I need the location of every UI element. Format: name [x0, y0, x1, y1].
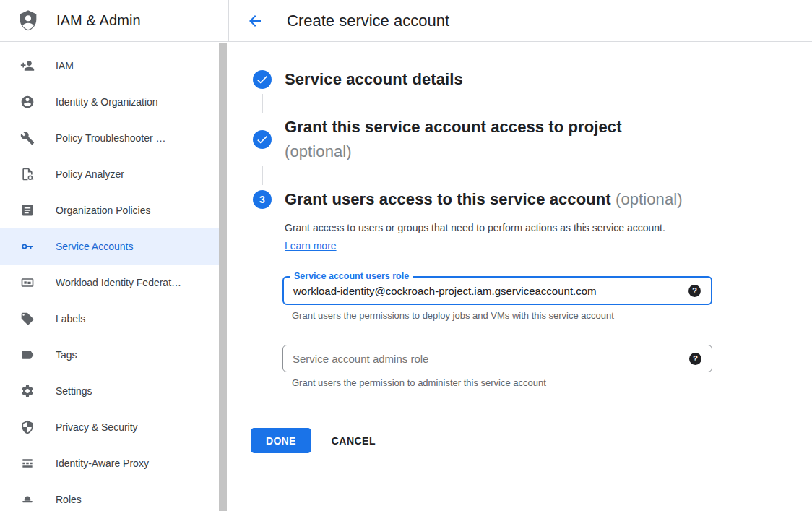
- step-connector: [262, 166, 263, 185]
- sidebar-item-label: Identity & Organization: [56, 96, 158, 108]
- sidebar-item-label: Identity-Aware Proxy: [56, 458, 149, 469]
- sidebar-item-labels[interactable]: Labels: [0, 301, 219, 337]
- page-title: Create service account: [287, 12, 449, 30]
- sidebar-item-service-accounts[interactable]: Service Accounts: [0, 228, 219, 265]
- step-3-grant-users-access[interactable]: 3 Grant users access to this service acc…: [253, 190, 812, 209]
- sidebar-item-privacy-security[interactable]: Privacy & Security: [0, 409, 219, 445]
- sidebar-item-iam[interactable]: IAM: [0, 48, 219, 84]
- step-1-service-account-details[interactable]: Service account details: [253, 70, 812, 89]
- sidebar-header: IAM & Admin: [0, 0, 229, 42]
- sidebar-item-settings[interactable]: Settings: [0, 373, 219, 409]
- shield-half-icon: [20, 420, 35, 434]
- step-3-description: Grant access to users or groups that nee…: [285, 219, 683, 255]
- step-1-title: Service account details: [285, 70, 463, 89]
- label-tag-icon: [20, 312, 35, 326]
- form-actions: DONE CANCEL: [251, 428, 812, 453]
- sidebar-item-label: Service Accounts: [56, 241, 133, 252]
- sidebar-item-label: Tags: [56, 349, 77, 361]
- sidebar-item-organization-policies[interactable]: Organization Policies: [0, 192, 219, 228]
- step-3-title: Grant users access to this service accou…: [285, 190, 683, 209]
- help-icon[interactable]: ?: [688, 285, 701, 297]
- admins-role-field-box: ?: [282, 345, 712, 372]
- wrench-icon: [20, 131, 35, 145]
- sidebar-item-label: Policy Troubleshooter …: [56, 132, 166, 144]
- step-2-grant-access-to-project[interactable]: Grant this service account access to pro…: [253, 118, 812, 161]
- users-role-field-label: Service account users role: [290, 270, 413, 282]
- back-arrow-icon[interactable]: [246, 12, 264, 30]
- step-connector: [262, 94, 263, 113]
- check-circle-icon: [253, 130, 272, 149]
- sidebar-item-identity-organization[interactable]: Identity & Organization: [0, 84, 219, 120]
- service-account-users-role-input[interactable]: [284, 285, 688, 297]
- service-account-key-icon: [20, 239, 35, 254]
- service-account-admins-role-input[interactable]: [283, 353, 689, 365]
- sidebar-item-label: Labels: [56, 313, 85, 325]
- sidebar-item-tags[interactable]: Tags: [0, 337, 219, 373]
- check-circle-icon: [253, 70, 272, 89]
- identity-aware-proxy-icon: [20, 456, 35, 471]
- roles-hat-icon: [20, 492, 35, 507]
- gear-icon: [20, 384, 35, 398]
- sidebar-scrollbar[interactable]: [219, 43, 227, 511]
- account-circle-icon: [20, 95, 35, 109]
- service-account-admins-role-field-wrapper: ?: [282, 345, 712, 372]
- help-icon[interactable]: ?: [689, 353, 701, 365]
- sidebar-item-roles[interactable]: Roles: [0, 481, 219, 511]
- workload-identity-card-icon: [20, 275, 35, 290]
- sidebar-item-label: Settings: [56, 385, 92, 397]
- service-account-users-role-field-wrapper: Service account users role ?: [282, 276, 712, 305]
- organization-policies-icon: [20, 203, 35, 218]
- sidebar-item-label: IAM: [56, 60, 74, 72]
- sidebar-title: IAM & Admin: [56, 12, 141, 29]
- sidebar-item-label: Organization Policies: [56, 205, 151, 216]
- learn-more-link[interactable]: Learn more: [285, 240, 337, 252]
- admins-role-helper-text: Grant users the permission to administer…: [292, 377, 812, 388]
- step-3-optional-label: (optional): [616, 190, 683, 208]
- step-2-optional-label: (optional): [285, 142, 622, 161]
- step-2-title: Grant this service account access to pro…: [285, 118, 622, 161]
- sidebar-nav: IAM Identity & Organization Policy Troub…: [0, 42, 229, 511]
- sidebar-item-label: Policy Analyzer: [56, 168, 124, 180]
- sidebar-item-label: Workload Identity Federat…: [56, 277, 181, 288]
- sidebar-item-policy-troubleshooter[interactable]: Policy Troubleshooter …: [0, 120, 219, 156]
- tag-arrow-icon: [20, 348, 35, 362]
- step-3-number-badge: 3: [253, 190, 272, 209]
- sidebar-item-policy-analyzer[interactable]: Policy Analyzer: [0, 156, 219, 192]
- iam-shield-person-icon: [17, 9, 40, 33]
- users-role-helper-text: Grant users the permissions to deploy jo…: [292, 310, 812, 321]
- cancel-button[interactable]: CANCEL: [332, 435, 376, 447]
- sidebar: IAM & Admin IAM Identity & Organization …: [0, 0, 229, 511]
- sidebar-item-identity-aware-proxy[interactable]: Identity-Aware Proxy: [0, 445, 219, 481]
- done-button[interactable]: DONE: [251, 428, 311, 453]
- person-add-icon: [20, 59, 35, 73]
- sidebar-item-label: Roles: [56, 494, 82, 505]
- policy-analyzer-icon: [20, 167, 35, 181]
- topbar: Create service account: [229, 0, 812, 42]
- sidebar-item-label: Privacy & Security: [56, 421, 138, 433]
- main-content: Service account details Grant this servi…: [229, 42, 812, 511]
- sidebar-item-workload-identity-federation[interactable]: Workload Identity Federat…: [0, 265, 219, 301]
